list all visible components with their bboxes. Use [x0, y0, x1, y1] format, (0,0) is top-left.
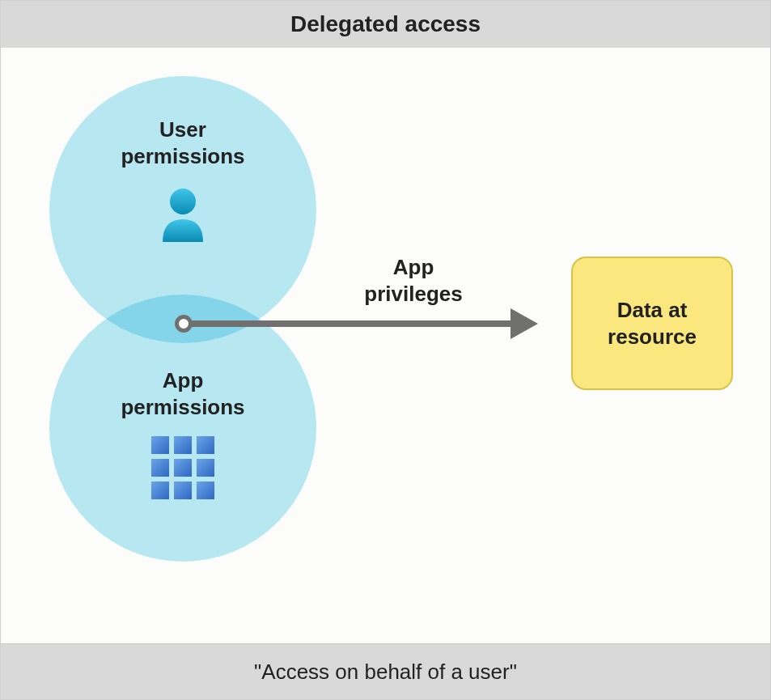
app-grid-icon: [49, 436, 316, 499]
resource-label: Data at resource: [608, 297, 697, 350]
title-bar: Delegated access: [1, 1, 770, 49]
app-permissions-label: App permissions: [49, 367, 316, 420]
svg-rect-3: [197, 436, 214, 454]
privileges-arrow: [175, 315, 547, 339]
diagram-footer: "Access on behalf of a user": [254, 660, 517, 685]
app-permissions-content: App permissions: [49, 367, 316, 499]
diagram-frame: Delegated access User permissions: [0, 0, 771, 700]
svg-rect-5: [174, 459, 192, 477]
diagram-canvas: User permissions App permissions: [1, 48, 770, 644]
arrow-line: [189, 320, 513, 327]
diagram-title: Delegated access: [290, 11, 481, 37]
svg-rect-2: [174, 436, 192, 454]
svg-rect-9: [197, 482, 214, 499]
svg-rect-1: [151, 436, 169, 454]
resource-box: Data at resource: [571, 257, 733, 390]
arrow-origin-dot: [175, 315, 193, 333]
arrow-head-icon: [510, 308, 538, 339]
svg-point-0: [170, 189, 196, 214]
user-permissions-content: User permissions: [49, 117, 316, 244]
svg-rect-6: [197, 459, 214, 477]
user-icon: [49, 185, 316, 244]
user-permissions-label: User permissions: [49, 117, 316, 169]
svg-rect-8: [174, 482, 192, 499]
svg-rect-4: [151, 459, 169, 477]
svg-rect-7: [151, 482, 169, 499]
arrow-label: App privileges: [333, 254, 494, 307]
footer-bar: "Access on behalf of a user": [1, 643, 770, 699]
